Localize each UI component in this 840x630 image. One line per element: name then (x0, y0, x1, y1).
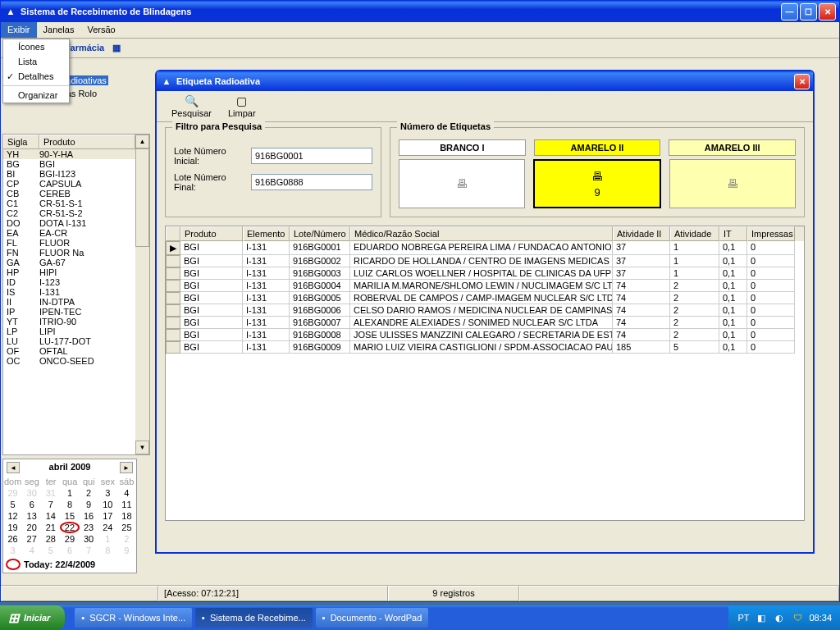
cal-day[interactable]: 16 (80, 510, 98, 522)
lang-indicator[interactable]: PT (737, 611, 750, 624)
cal-day[interactable]: 30 (80, 533, 98, 545)
dropdown-icones[interactable]: Ícones (3, 39, 69, 54)
cal-day[interactable]: 13 (22, 510, 41, 522)
menu-exibir[interactable]: Exibir (1, 22, 37, 38)
pesquisar-button[interactable]: 🔍 Pesquisar (168, 93, 215, 120)
menu-versao[interactable]: Versão (80, 22, 121, 38)
close-button[interactable]: ✕ (819, 3, 836, 21)
list-row[interactable]: EAEA-CR (3, 228, 135, 238)
tray-icon[interactable]: ◧ (755, 611, 768, 624)
scroll-up-icon[interactable]: ▲ (135, 135, 149, 148)
col-it[interactable]: IT (719, 226, 747, 241)
tray-icon[interactable]: ◐ (773, 611, 786, 624)
cal-day[interactable]: 11 (117, 499, 136, 510)
col-impressas[interactable]: Impressas (747, 226, 795, 241)
cal-day[interactable]: 6 (22, 499, 41, 510)
list-row[interactable]: OCONCO-SEED (3, 356, 135, 366)
cal-day[interactable]: 15 (60, 510, 79, 522)
cal-day[interactable]: 30 (22, 487, 41, 499)
table-row[interactable]: BGII-131916BG0005ROBERVAL DE CAMPOS / CA… (166, 292, 804, 304)
scroll-thumb[interactable] (135, 148, 149, 247)
cal-day[interactable]: 10 (98, 499, 117, 510)
cal-day[interactable]: 9 (117, 545, 136, 556)
cal-day[interactable]: 29 (60, 533, 79, 545)
col-elemento[interactable]: Elemento (243, 226, 290, 241)
cal-day[interactable]: 27 (22, 533, 41, 545)
list-row[interactable]: IPIPEN-TEC (3, 307, 135, 317)
col-medico[interactable]: Médico/Razão Social (350, 226, 613, 241)
cal-day[interactable]: 5 (3, 499, 22, 510)
list-row[interactable]: OFOFTAL (3, 346, 135, 356)
list-row[interactable]: FLFLUOR (3, 238, 135, 248)
dropdown-organizar[interactable]: Organizar (3, 88, 69, 103)
cal-day[interactable]: 17 (98, 510, 117, 522)
list-row[interactable]: CPCAPSULA (3, 179, 135, 189)
print-branco-button[interactable]: 🖶 (399, 159, 525, 208)
list-row[interactable]: HPHIPI (3, 267, 135, 277)
cal-day[interactable]: 31 (41, 487, 60, 499)
cal-day[interactable]: 8 (60, 499, 79, 510)
table-row[interactable]: BGII-131916BG0006CELSO DARIO RAMOS / MED… (166, 304, 804, 317)
start-button[interactable]: ⊞ Iniciar (0, 605, 65, 630)
print-amarelo2-button[interactable]: 🖶 9 (533, 159, 661, 208)
list-row[interactable]: BGBGI (3, 159, 135, 169)
cal-day[interactable]: 1 (60, 487, 79, 499)
col-produto[interactable]: Produto (39, 135, 135, 148)
maximize-button[interactable]: ☐ (800, 3, 817, 21)
list-row[interactable]: LPLIPI (3, 326, 135, 336)
list-row[interactable]: FNFLUOR Na (3, 248, 135, 258)
table-row[interactable]: ▶BGII-131916BG0001EDUARDO NOBREGA PEREIR… (166, 241, 804, 255)
list-row[interactable]: CBCEREB (3, 189, 135, 199)
cal-day[interactable]: 29 (3, 487, 22, 499)
cal-day[interactable]: 2 (80, 487, 98, 499)
list-row[interactable]: YTITRIO-90 (3, 317, 135, 326)
cal-day[interactable]: 22 (60, 522, 79, 533)
list-row[interactable]: IDI-123 (3, 277, 135, 287)
clock[interactable]: 08:34 (809, 613, 832, 623)
cal-day[interactable]: 4 (22, 545, 41, 556)
list-row[interactable]: DODOTA I-131 (3, 218, 135, 228)
scroll-down-icon[interactable]: ▼ (135, 441, 149, 454)
cal-day[interactable]: 19 (3, 522, 22, 533)
col-atividade[interactable]: Atividade (670, 226, 719, 241)
print-amarelo3-button[interactable]: 🖶 (669, 159, 796, 208)
lote-final-input[interactable] (251, 174, 372, 190)
cal-day[interactable]: 23 (80, 522, 98, 533)
dropdown-lista[interactable]: Lista (3, 54, 69, 69)
col-produto[interactable]: Produto (180, 226, 243, 241)
cal-day[interactable]: 25 (117, 522, 136, 533)
cal-prev-button[interactable]: ◄ (7, 462, 20, 473)
table-row[interactable]: BGII-131916BG0009MARIO LUIZ VIEIRA CASTI… (166, 341, 804, 354)
cal-next-button[interactable]: ► (120, 462, 133, 473)
cal-day[interactable]: 7 (80, 545, 98, 556)
cal-day[interactable]: 3 (98, 487, 117, 499)
taskbar-item[interactable]: ▪Sistema de Recebime... (195, 608, 313, 628)
cal-day[interactable]: 18 (117, 510, 136, 522)
cal-day[interactable]: 12 (3, 510, 22, 522)
col-sigla[interactable]: Sigla (3, 135, 39, 148)
scrollbar[interactable]: ▲ ▼ (135, 135, 149, 454)
list-row[interactable]: BIBGI-I123 (3, 169, 135, 179)
cal-day[interactable]: 2 (117, 533, 136, 545)
table-row[interactable]: BGII-131916BG0008JOSE ULISSES MANZZINI C… (166, 329, 804, 341)
cal-day[interactable]: 6 (60, 545, 79, 556)
cal-day[interactable]: 24 (98, 522, 117, 533)
table-row[interactable]: BGII-131916BG0003LUIZ CARLOS WOELLNER / … (166, 267, 804, 280)
taskbar-item[interactable]: ▪SGCR - Windows Inte... (75, 608, 192, 628)
table-row[interactable]: BGII-131916BG0004MARILIA M.MARONE/SHLOMO… (166, 280, 804, 292)
cal-day[interactable]: 14 (41, 510, 60, 522)
table-row[interactable]: BGII-131916BG0007ALEXANDRE ALEXIADES / S… (166, 317, 804, 329)
cal-today[interactable]: Today: 22/4/2009 (3, 556, 136, 573)
limpar-button[interactable]: ▢ Limpar (225, 93, 259, 120)
list-row[interactable]: IIIN-DTPA (3, 297, 135, 307)
cal-day[interactable]: 28 (41, 533, 60, 545)
child-close-button[interactable]: ✕ (794, 74, 810, 89)
list-row[interactable]: ISI-131 (3, 287, 135, 297)
cal-day[interactable]: 9 (80, 499, 98, 510)
cal-day[interactable]: 7 (41, 499, 60, 510)
list-row[interactable]: GAGA-67 (3, 258, 135, 267)
cal-day[interactable]: 8 (98, 545, 117, 556)
cal-day[interactable]: 21 (41, 522, 60, 533)
minimize-button[interactable]: — (781, 3, 798, 21)
list-row[interactable]: C1CR-51-S-1 (3, 199, 135, 208)
